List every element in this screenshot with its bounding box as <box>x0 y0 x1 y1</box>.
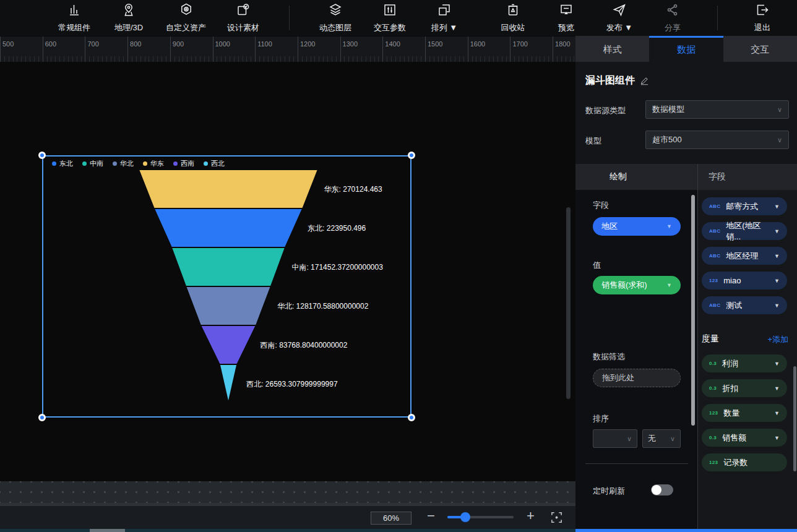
ruler-minor-tick <box>47 56 48 62</box>
toolbar-dynamic-layers-button[interactable]: 动态图层 <box>318 2 353 33</box>
type-badge: 123 <box>709 410 718 416</box>
measure-pill-利润[interactable]: 0.3利润▼ <box>702 354 787 372</box>
ruler-minor-tick <box>327 56 328 62</box>
ruler-tick-label: 1700 <box>512 40 527 48</box>
ruler-minor-tick <box>548 56 549 62</box>
zoom-out-button[interactable]: − <box>427 508 435 524</box>
legend-item-华北[interactable]: 华北 <box>113 159 134 168</box>
screen-icon <box>559 2 574 20</box>
ruler-minor-tick <box>123 56 124 62</box>
dimension-pill-邮寄方式[interactable]: ABC邮寄方式▼ <box>702 197 787 215</box>
funnel-chart-component[interactable]: 华东: 270124.463东北: 223950.496中南: 171452.3… <box>42 155 411 418</box>
ruler-minor-tick <box>566 56 566 62</box>
datasource-type-select[interactable]: 数据模型 ∨ <box>645 100 789 119</box>
tab-data[interactable]: 数据 <box>649 36 723 62</box>
subtab-draw[interactable]: 绘制 <box>610 171 627 182</box>
resize-handle-top-right[interactable] <box>408 152 415 159</box>
sort-field-select[interactable]: ∨ <box>593 429 637 448</box>
fields-pane-scrollbar[interactable] <box>793 366 796 471</box>
zoom-slider-knob[interactable] <box>460 512 470 522</box>
field-pill-region[interactable]: 地区 ▼ <box>593 217 681 236</box>
panel-tabbar: 样式 数据 交互 <box>575 36 797 62</box>
sort-order-select[interactable]: 无 ∨ <box>642 429 681 448</box>
toolbar-left-group: 常规组件地理/3D自定义资产设计素材动态图层交互参数排列 ▼ <box>57 0 462 36</box>
fit-screen-button[interactable] <box>549 510 564 525</box>
horizontal-scrollbar-thumb[interactable] <box>90 529 125 532</box>
toolbar-share-button: 分享 <box>655 2 690 33</box>
tab-style[interactable]: 样式 <box>575 36 649 62</box>
ruler-minor-tick <box>9 56 9 62</box>
draw-pane-scrollbar[interactable] <box>691 195 695 426</box>
ruler-minor-tick <box>217 56 217 62</box>
legend-item-西南[interactable]: 西南 <box>173 159 194 168</box>
canvas-horizontal-scrollbar[interactable] <box>0 529 575 532</box>
design-canvas[interactable]: 华东: 270124.463东北: 223950.496中南: 171452.3… <box>0 62 575 481</box>
measure-pill-销售额[interactable]: 0.3销售额▼ <box>702 429 787 447</box>
ruler-minor-tick <box>544 56 545 62</box>
fit-screen-icon <box>549 510 564 525</box>
ruler-minor-tick <box>89 56 90 62</box>
legend-label: 华东 <box>150 159 164 168</box>
toolbar-preview-button[interactable]: 预览 <box>549 2 584 33</box>
toolbar-custom-assets-button[interactable]: 自定义资产 <box>166 2 206 33</box>
dimension-pill-测试[interactable]: ABC测试▼ <box>702 296 787 314</box>
dimension-pill-地区(地区销...[interactable]: ABC地区(地区销...▼ <box>702 222 787 240</box>
measure-pill-折扣[interactable]: 0.3折扣▼ <box>702 379 787 397</box>
ruler-minor-tick <box>476 56 476 62</box>
value-pill-sales-sum[interactable]: 销售额(求和) ▼ <box>593 276 681 294</box>
subtab-fields[interactable]: 字段 <box>709 171 726 182</box>
zoom-value-box[interactable]: 60% <box>371 512 411 525</box>
funnel-segment-西北[interactable] <box>220 364 238 403</box>
toolbar-arrange-button[interactable]: 排列 ▼ <box>427 2 462 33</box>
resize-handle-bottom-right[interactable] <box>408 414 415 421</box>
toolbar-interaction-params-button[interactable]: 交互参数 <box>373 2 407 33</box>
ruler-minor-tick <box>561 56 562 62</box>
funnel-segment-华东[interactable] <box>139 169 318 208</box>
copy-icon <box>437 2 452 20</box>
model-select[interactable]: 超市500 ∨ <box>645 131 789 149</box>
ruler-minor-tick <box>557 56 558 62</box>
top-toolbar: 常规组件地理/3D自定义资产设计素材动态图层交互参数排列 ▼ 回收站预览发布 ▼… <box>0 0 797 36</box>
ruler-minor-tick <box>361 56 362 62</box>
ruler-minor-tick <box>459 56 460 62</box>
funnel-segment-中南[interactable] <box>171 247 285 286</box>
ruler-minor-tick <box>230 56 230 62</box>
dimension-pill-地区经理[interactable]: ABC地区经理▼ <box>702 247 787 265</box>
edit-title-icon[interactable] <box>640 76 649 85</box>
auto-refresh-toggle[interactable] <box>651 484 673 496</box>
toolbar-exit-button[interactable]: 退出 <box>745 2 780 33</box>
funnel-segment-西南[interactable] <box>200 325 256 364</box>
resize-handle-top-left[interactable] <box>38 152 46 159</box>
tab-interaction[interactable]: 交互 <box>723 36 797 62</box>
resize-handle-bottom-left[interactable] <box>38 414 46 421</box>
toolbar-recycle-bin-button[interactable]: 回收站 <box>496 2 530 33</box>
funnel-segment-东北[interactable] <box>154 208 303 247</box>
component-title: 漏斗图组件 <box>585 74 635 87</box>
funnel-segment-华北[interactable] <box>186 286 271 325</box>
legend-dot-icon <box>143 161 147 166</box>
zoom-slider[interactable] <box>447 516 514 518</box>
toolbar-geo-3d-button[interactable]: 地理/3D <box>111 2 146 33</box>
toolbar-publish-button[interactable]: 发布 ▼ <box>602 2 637 33</box>
toolbar-design-materials-button[interactable]: 设计素材 <box>226 2 261 33</box>
ruler-minor-tick <box>179 56 179 62</box>
legend-item-中南[interactable]: 中南 <box>82 159 103 168</box>
measure-pill-记录数[interactable]: 123记录数 <box>702 453 787 471</box>
ruler-minor-tick <box>4 56 5 62</box>
legend-item-西北[interactable]: 西北 <box>204 159 225 168</box>
legend-item-华东[interactable]: 华东 <box>143 159 164 168</box>
chevron-down-icon: ▼ <box>666 223 672 230</box>
filter-dropzone[interactable]: 拖到此处 <box>593 369 681 387</box>
ruler-minor-tick <box>246 56 247 62</box>
legend-item-东北[interactable]: 东北 <box>52 159 73 168</box>
add-measure-link[interactable]: +添加 <box>767 334 788 345</box>
canvas-vertical-scrollbar[interactable] <box>566 207 571 399</box>
dimension-pill-miao[interactable]: 123miao▼ <box>702 272 787 290</box>
horizontal-ruler: 5006007008009001000110012001300140015001… <box>0 36 575 62</box>
ruler-minor-tick <box>187 56 187 62</box>
ruler-minor-tick <box>204 56 205 62</box>
value-label: 值 <box>593 260 601 271</box>
toolbar-regular-components-button[interactable]: 常规组件 <box>57 2 92 33</box>
zoom-in-button[interactable]: + <box>527 508 535 524</box>
measure-pill-数量[interactable]: 123数量▼ <box>702 404 787 422</box>
